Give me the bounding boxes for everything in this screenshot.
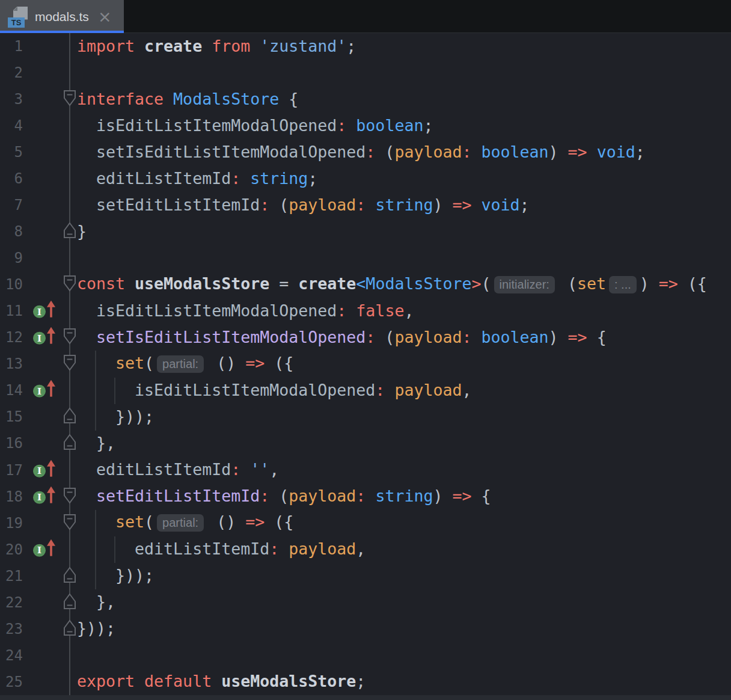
fold-region-start-icon[interactable]	[63, 354, 76, 373]
code-token	[587, 143, 597, 161]
code-token: (	[144, 354, 154, 372]
line-number[interactable]: 2	[0, 64, 25, 81]
code-line: 23}));	[0, 616, 731, 642]
code-token: payload	[394, 328, 462, 346]
code-text: setEditListItemId: (payload: string) => …	[77, 197, 530, 213]
code-token: ,	[269, 460, 279, 479]
line-number[interactable]: 1	[0, 38, 25, 55]
fold-region-start-icon[interactable]	[63, 328, 76, 347]
fold-region-start-icon[interactable]	[63, 514, 76, 533]
implementing-member-icon[interactable]: I	[33, 491, 46, 503]
code-token: :	[269, 539, 279, 558]
line-number[interactable]: 9	[0, 250, 25, 266]
code-token: ({	[678, 274, 707, 293]
line-number[interactable]: 11	[0, 302, 25, 319]
line-number[interactable]: 5	[0, 144, 25, 161]
fold-region-start-icon[interactable]	[63, 275, 76, 294]
gutter-slot: I	[25, 536, 77, 563]
tab-modals-ts[interactable]: TS modals.ts ×	[0, 0, 124, 33]
implementing-member-icon[interactable]: I	[33, 385, 46, 398]
code-line: 19 set(partial: () => ({	[0, 510, 731, 536]
line-number[interactable]: 21	[0, 568, 25, 585]
code-token: useModalsStore	[135, 274, 269, 293]
line-number[interactable]: 20	[0, 541, 25, 558]
fold-region-end-icon[interactable]	[63, 566, 76, 586]
line-number[interactable]: 25	[0, 674, 25, 690]
code-token: isEditListItemModalOpened	[96, 116, 337, 135]
line-number[interactable]: 24	[0, 647, 25, 664]
code-token: set	[115, 512, 144, 531]
line-number[interactable]: 17	[0, 462, 25, 479]
file-page-fold	[13, 7, 17, 11]
fold-region-start-icon[interactable]	[63, 487, 76, 506]
code-token	[77, 328, 96, 346]
line-number[interactable]: 10	[0, 276, 25, 293]
line-number[interactable]: 8	[0, 223, 25, 240]
navigate-up-arrow-icon[interactable]	[46, 538, 56, 559]
code-token: <ModalsStore	[356, 274, 471, 293]
line-number[interactable]: 18	[0, 488, 25, 505]
code-line: 15 }));	[0, 404, 731, 430]
code-text: },	[77, 435, 115, 452]
fold-region-end-icon[interactable]	[63, 407, 76, 426]
code-token: ,	[356, 539, 366, 558]
line-number[interactable]: 16	[0, 435, 25, 452]
navigate-up-arrow-icon[interactable]	[46, 379, 56, 400]
code-token: ;	[635, 143, 645, 161]
implementing-member-icon[interactable]: I	[33, 332, 46, 345]
navigate-up-arrow-icon[interactable]	[46, 327, 56, 347]
code-line: 4 isEditListItemModalOpened: boolean;	[0, 112, 731, 139]
fold-region-end-icon[interactable]	[63, 619, 76, 639]
line-number[interactable]: 3	[0, 91, 25, 108]
code-token: :	[260, 195, 269, 214]
line-number[interactable]: 13	[0, 355, 25, 372]
line-number[interactable]: 7	[0, 197, 25, 213]
folded-type-hint[interactable]: : ...	[609, 276, 637, 293]
code-token: (	[375, 328, 394, 346]
gutter-slot	[25, 139, 77, 165]
tab-close-icon[interactable]: ×	[98, 8, 112, 25]
code-text: editListItemId: string;	[77, 171, 317, 187]
code-line: 3interface ModalsStore {	[0, 86, 731, 112]
line-number[interactable]: 19	[0, 515, 25, 532]
gutter-slot	[25, 563, 77, 589]
gutter-slot: I	[25, 324, 77, 351]
line-number[interactable]: 15	[0, 408, 25, 425]
line-number[interactable]: 23	[0, 621, 25, 637]
code-token: editListItemId	[96, 169, 231, 188]
navigate-up-arrow-icon[interactable]	[46, 300, 56, 321]
implementing-member-icon[interactable]: I	[33, 544, 46, 556]
code-token: isEditListItemModalOpened	[96, 301, 337, 320]
implementing-member-icon[interactable]: I	[33, 464, 46, 477]
implementing-member-icon[interactable]: I	[33, 305, 46, 318]
code-token: :	[337, 116, 346, 135]
line-number[interactable]: 4	[0, 117, 25, 134]
code-text: editListItemId: '',	[77, 462, 279, 478]
code-token: set	[115, 354, 144, 372]
gutter-slot	[25, 86, 77, 112]
fold-region-end-icon[interactable]	[63, 434, 76, 453]
line-number[interactable]: 14	[0, 382, 25, 399]
fold-region-end-icon[interactable]	[63, 222, 76, 241]
ide-window: TS modals.ts × 1import create from 'zust…	[0, 0, 731, 700]
code-token	[77, 487, 96, 505]
fold-region-end-icon[interactable]	[63, 593, 76, 612]
navigate-up-arrow-icon[interactable]	[46, 459, 56, 479]
code-token: (	[269, 487, 289, 505]
navigate-up-arrow-icon[interactable]	[46, 485, 56, 506]
parameter-name-hint: partial:	[157, 514, 204, 532]
line-number[interactable]: 6	[0, 170, 25, 187]
code-token: },	[77, 592, 115, 611]
line-number[interactable]: 12	[0, 329, 25, 346]
code-line: 10const useModalsStore = create<ModalsSt…	[0, 271, 731, 298]
code-token: :	[375, 381, 385, 399]
code-token: {	[472, 487, 491, 505]
line-number[interactable]: 22	[0, 594, 25, 611]
code-token	[250, 37, 260, 55]
code-token	[240, 169, 250, 188]
code-token: create	[298, 274, 356, 293]
fold-region-start-icon[interactable]	[63, 90, 76, 109]
code-token: }));	[77, 407, 154, 426]
code-token: payload	[394, 143, 462, 161]
code-token: import	[77, 37, 144, 55]
